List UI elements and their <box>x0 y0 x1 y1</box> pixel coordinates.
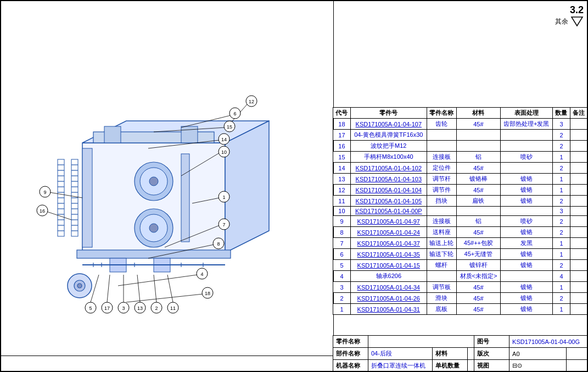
svg-text:5: 5 <box>89 306 92 311</box>
section-label: 其余 <box>555 17 568 26</box>
table-row: 15手柄杆M8x100x40连接板铝喷砂1 <box>333 152 588 163</box>
svg-point-46 <box>77 284 82 288</box>
revision-value: A0 <box>509 348 567 360</box>
table-row: 1704-黄色模具弹簧TF16x302 <box>333 130 588 141</box>
svg-line-106 <box>137 275 140 302</box>
svg-text:14: 14 <box>221 137 227 142</box>
part-name-value <box>368 336 474 348</box>
svg-text:13: 13 <box>137 306 143 311</box>
section-number: 3.2 <box>570 4 584 16</box>
svg-line-73 <box>47 212 71 220</box>
part-name-label: 零件名称 <box>333 336 368 348</box>
material-value <box>468 348 474 360</box>
svg-marker-0 <box>572 17 583 26</box>
drawing-no-label: 图号 <box>474 336 509 348</box>
table-row: 7KSD171005A-01-04-37输送上轮45#++包胶发黑1 <box>333 238 588 249</box>
revision-label: 版次 <box>474 348 509 360</box>
table-row: 16波纹把手M122 <box>333 141 588 152</box>
qty-value <box>468 360 474 372</box>
svg-text:11: 11 <box>170 306 176 311</box>
svg-marker-3 <box>225 121 269 253</box>
svg-text:15: 15 <box>227 124 232 130</box>
svg-point-6 <box>149 177 158 186</box>
svg-rect-11 <box>181 154 189 242</box>
svg-line-88 <box>126 294 203 302</box>
svg-point-9 <box>149 224 158 232</box>
corner-annotation: 3.2 其余 <box>555 4 584 27</box>
table-row: 12KSD171005A-01-04-104调节件45#镀铬1 <box>333 185 588 196</box>
table-row: 8KSD171005A-01-04-24送料座45#镀铬2 <box>333 227 588 238</box>
svg-line-104 <box>107 275 110 302</box>
parts-table: 代号零件号零件名称材料表面处理数量备注 18KSD171005A-01-04-1… <box>333 107 588 315</box>
svg-line-70 <box>49 192 82 198</box>
svg-text:16: 16 <box>40 208 45 214</box>
bottom-strip <box>0 356 333 372</box>
svg-rect-10 <box>82 148 92 247</box>
info-table: 零件名称 图号 KSD171005A-01-04-00G部件名称 04-后段 材… <box>333 335 588 372</box>
chevron-down-icon <box>570 16 584 27</box>
svg-text:4: 4 <box>200 271 203 277</box>
svg-text:12: 12 <box>249 99 254 104</box>
table-row: 13KSD171005A-01-04-103调节杆镀铬棒镀铬1 <box>333 174 588 185</box>
svg-text:10: 10 <box>221 149 227 155</box>
component-name-label: 部件名称 <box>333 348 368 360</box>
svg-text:2: 2 <box>155 306 158 311</box>
svg-text:17: 17 <box>104 306 110 311</box>
svg-text:9: 9 <box>43 190 46 195</box>
table-row: 6KSD171005A-01-04-35输送下轮45+无缝管镀铬1 <box>333 249 588 260</box>
table-row: 10KSD171005A-01-04-00P3 <box>333 207 588 216</box>
svg-text:8: 8 <box>217 241 220 247</box>
svg-text:1: 1 <box>222 195 225 200</box>
svg-text:7: 7 <box>222 222 225 227</box>
table-row: 11KSD171005A-01-04-105挡块扁铁镀铬2 <box>333 196 588 207</box>
svg-rect-41 <box>104 126 121 143</box>
table-row: 9KSD171005A-01-04-97连接板铝喷砂2 <box>333 216 588 227</box>
parts-table-area: 代号零件号零件名称材料表面处理数量备注 18KSD171005A-01-04-1… <box>333 107 588 315</box>
svg-text:3: 3 <box>122 306 125 311</box>
view-icons: ⊟⊙ <box>509 360 567 372</box>
svg-line-107 <box>154 275 156 302</box>
svg-line-103 <box>91 275 99 302</box>
material-label: 材料 <box>433 348 468 360</box>
machine-name-label: 机器名称 <box>333 360 368 372</box>
svg-line-108 <box>167 275 173 302</box>
table-row: 4轴承6206材质<未指定>4 <box>333 271 588 282</box>
svg-rect-42 <box>181 126 198 143</box>
table-row: 14KSD171005A-01-04-102定位件45#2 <box>333 163 588 174</box>
table-row: 2KSD171005A-01-04-26滑块45#镀铬2 <box>333 293 588 304</box>
table-row: 1KSD171005A-01-04-31底板45#镀铬1 <box>333 304 588 315</box>
machine-drawing: 12 6 15 14 10 9 16 1 7 <box>16 88 302 324</box>
qty-label: 单机数量 <box>433 360 468 372</box>
table-row: 5KSD171005A-01-04-15螺杆镀锌杆镀铬2 <box>333 260 588 271</box>
component-name-value: 04-后段 <box>368 348 433 360</box>
svg-text:6: 6 <box>233 111 236 116</box>
drawing-area: 12 6 15 14 10 9 16 1 7 <box>0 0 329 341</box>
svg-line-85 <box>118 275 198 286</box>
svg-text:18: 18 <box>205 291 210 296</box>
table-row: 3KSD171005A-01-04-34调节板45#镀铬1 <box>333 282 588 293</box>
drawing-no-value: KSD171005A-01-04-00G <box>509 336 588 348</box>
machine-name-value: 折叠口罩连续一体机 <box>368 360 433 372</box>
view-label: 视图 <box>474 360 509 372</box>
table-row: 18KSD171005A-01-04-107齿轮45#齿部热处理+发黑3 <box>333 119 588 130</box>
